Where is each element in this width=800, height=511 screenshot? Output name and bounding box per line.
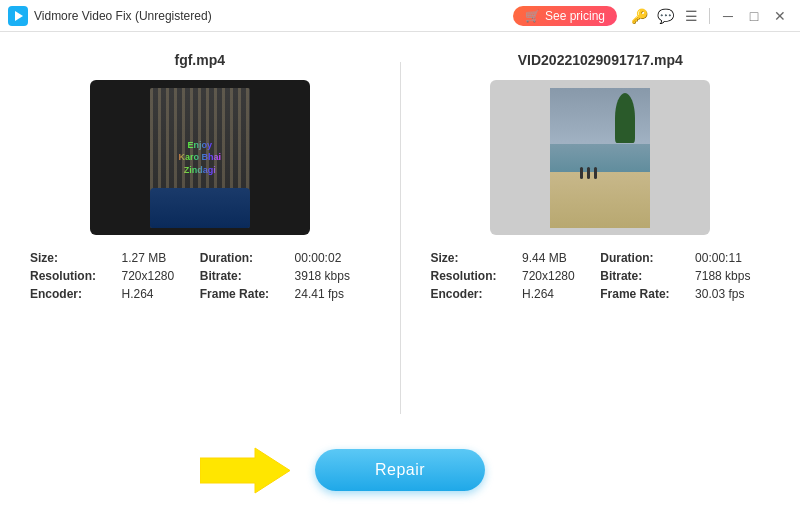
minimize-button[interactable]: ─: [716, 4, 740, 28]
left-bitrate-label: Bitrate:: [200, 269, 289, 283]
titlebar-divider: [709, 8, 710, 24]
left-encoder-value: H.264: [122, 287, 194, 301]
titlebar: Vidmore Video Fix (Unregistered) 🛒 See p…: [0, 0, 800, 32]
cart-icon: 🛒: [525, 9, 540, 23]
app-title: Vidmore Video Fix (Unregistered): [34, 9, 513, 23]
right-thumbnail: [490, 80, 710, 235]
figure-3: [594, 167, 597, 179]
left-framerate-value: 24.41 fps: [295, 287, 370, 301]
right-size-label: Size:: [431, 251, 517, 265]
right-encoder-value: H.264: [522, 287, 594, 301]
left-duration-value: 00:00:02: [295, 251, 370, 265]
left-thumbnail: EnjoyKaro BhaiZindagi: [90, 80, 310, 235]
beach-sand: [550, 172, 650, 228]
maximize-icon: □: [750, 8, 758, 24]
figure-1: [580, 167, 583, 179]
close-button[interactable]: ✕: [768, 4, 792, 28]
right-size-value: 9.44 MB: [522, 251, 594, 265]
pricing-button[interactable]: 🛒 See pricing: [513, 6, 617, 26]
key-icon: 🔑: [631, 8, 648, 24]
menu-button[interactable]: ☰: [679, 4, 703, 28]
right-thumb-inner: [550, 88, 650, 228]
titlebar-actions: 🔑 💬 ☰ ─ □ ✕: [627, 4, 792, 28]
beach-tree: [615, 93, 635, 143]
arrow-icon: [200, 443, 290, 498]
left-resolution-label: Resolution:: [30, 269, 116, 283]
panels-area: fgf.mp4 EnjoyKaro BhaiZindagi Size: 1.27…: [0, 32, 800, 434]
pricing-label: See pricing: [545, 9, 605, 23]
left-encoder-label: Encoder:: [30, 287, 116, 301]
chat-icon: 💬: [657, 8, 674, 24]
right-resolution-value: 720x1280: [522, 269, 594, 283]
right-duration-value: 00:00:11: [695, 251, 770, 265]
right-filename: VID20221029091717.mp4: [518, 52, 683, 68]
right-encoder-label: Encoder:: [431, 287, 517, 301]
close-icon: ✕: [774, 8, 786, 24]
left-bitrate-value: 3918 kbps: [295, 269, 370, 283]
main-content: fgf.mp4 EnjoyKaro BhaiZindagi Size: 1.27…: [0, 32, 800, 511]
chat-button[interactable]: 💬: [653, 4, 677, 28]
repair-label: Repair: [375, 461, 425, 478]
left-resolution-value: 720x1280: [122, 269, 194, 283]
right-bitrate-label: Bitrate:: [600, 269, 689, 283]
left-video-panel: fgf.mp4 EnjoyKaro BhaiZindagi Size: 1.27…: [0, 52, 400, 424]
right-bitrate-value: 7188 kbps: [695, 269, 770, 283]
key-button[interactable]: 🔑: [627, 4, 651, 28]
menu-icon: ☰: [685, 8, 698, 24]
left-size-label: Size:: [30, 251, 116, 265]
thumb-couch: [150, 188, 250, 228]
repair-button[interactable]: Repair: [315, 449, 485, 491]
left-filename: fgf.mp4: [174, 52, 225, 68]
left-thumb-inner: EnjoyKaro BhaiZindagi: [150, 88, 250, 228]
svg-marker-2: [200, 448, 290, 493]
maximize-button[interactable]: □: [742, 4, 766, 28]
figure-2: [587, 167, 590, 179]
left-duration-label: Duration:: [200, 251, 289, 265]
right-duration-label: Duration:: [600, 251, 689, 265]
bottom-area: Repair: [0, 434, 800, 511]
right-resolution-label: Resolution:: [431, 269, 517, 283]
left-size-value: 1.27 MB: [122, 251, 194, 265]
beach-figures: [580, 167, 597, 179]
left-framerate-label: Frame Rate:: [200, 287, 289, 301]
left-video-info: Size: 1.27 MB Duration: 00:00:02 Resolut…: [30, 251, 370, 301]
minimize-icon: ─: [723, 8, 733, 24]
arrow-container: [200, 443, 290, 498]
right-video-panel: VID20221029091717.mp4 Size: 9.44 MB: [401, 52, 801, 424]
right-video-info: Size: 9.44 MB Duration: 00:00:11 Resolut…: [431, 251, 771, 301]
app-logo: [8, 6, 28, 26]
right-framerate-label: Frame Rate:: [600, 287, 689, 301]
right-framerate-value: 30.03 fps: [695, 287, 770, 301]
